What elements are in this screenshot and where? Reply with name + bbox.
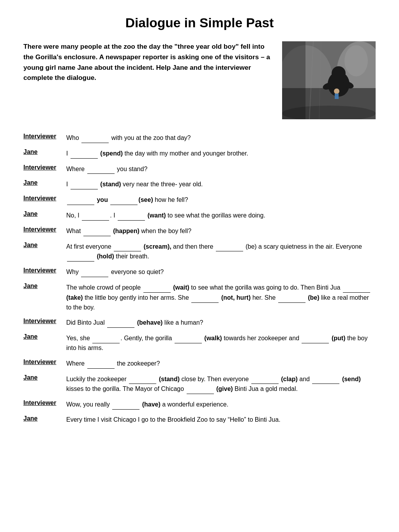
dialogue-line: No, I . I (want) to see what the gorilla… — [66, 208, 376, 223]
speaker-label: Jane — [23, 239, 66, 265]
svg-rect-13 — [282, 41, 305, 119]
verb-hint: (happen) — [113, 228, 139, 234]
speaker-label: Jane — [23, 208, 66, 223]
dialogue-line: I (spend) the day with my mother and you… — [66, 146, 376, 161]
page-title: Dialogue in Simple Past — [23, 16, 376, 30]
dialogue-row: Interviewer you (see) how he fell? — [23, 192, 376, 208]
dialogue-table: InterviewerWho with you at the zoo that … — [23, 130, 376, 428]
fill-blank — [143, 283, 171, 293]
speaker-label: Interviewer — [23, 192, 66, 208]
speaker-label: Jane — [23, 412, 66, 428]
intro-image — [282, 41, 376, 119]
verb-hint: (clap) — [281, 376, 298, 382]
verb-hint: (see) — [138, 196, 153, 203]
fill-blank — [87, 164, 115, 174]
verb-hint: (walk) — [204, 335, 222, 341]
dialogue-row: InterviewerWho with you at the zoo that … — [23, 130, 376, 146]
speaker-label: Interviewer — [23, 130, 66, 146]
verb-hint: (not, hurt) — [221, 294, 251, 301]
intro-text: There were many people at the zoo the da… — [23, 41, 273, 83]
fill-blank — [71, 179, 98, 189]
dialogue-line: Every time I visit Chicago I go to the B… — [66, 412, 376, 428]
fill-blank — [302, 333, 329, 343]
fill-blank — [343, 283, 370, 293]
fill-blank — [67, 251, 94, 262]
verb-hint: (hold) — [97, 253, 114, 260]
dialogue-line: Wow, you really (have) a wonderful exper… — [66, 397, 376, 412]
speaker-label: Interviewer — [23, 264, 66, 280]
verb-hint: (be) — [308, 294, 319, 301]
fill-blank — [118, 210, 145, 221]
dialogue-row: InterviewerDid Binto Jual (behave) like … — [23, 315, 376, 331]
dialogue-line: Luckily the zookeeper (stand) close by. … — [66, 371, 376, 397]
fill-blank — [191, 293, 219, 303]
speaker-label: Interviewer — [23, 161, 66, 177]
verb-hint: (spend) — [100, 150, 123, 157]
verb-hint: (put) — [332, 335, 346, 341]
fill-blank — [81, 133, 109, 143]
speaker-label: Jane — [23, 371, 66, 397]
verb-hint: (take) — [66, 294, 83, 301]
dialogue-line: I (stand) very near the three- year old. — [66, 177, 376, 192]
verb-hint: (want) — [147, 212, 166, 219]
verb-hint: (stand) — [100, 181, 121, 187]
verb-hint: (behave) — [137, 319, 163, 326]
svg-point-7 — [332, 66, 346, 80]
intro-section: There were many people at the zoo the da… — [23, 41, 376, 119]
verb-hint: (give) — [216, 385, 233, 392]
fill-blank — [110, 195, 138, 205]
verb-hint: (send) — [342, 376, 361, 382]
dialogue-line: What (happen) when the boy fell? — [66, 223, 376, 239]
speaker-label: Interviewer — [23, 223, 66, 239]
fill-blank — [312, 374, 339, 384]
speaker-label: Jane — [23, 331, 66, 356]
svg-rect-11 — [335, 94, 339, 99]
fill-blank — [114, 242, 141, 252]
dialogue-line: you (see) how he fell? — [66, 192, 376, 208]
dialogue-row: JaneI (stand) very near the three- year … — [23, 177, 376, 192]
dialogue-row: JaneI (spend) the day with my mother and… — [23, 146, 376, 161]
dialogue-line: Where you stand? — [66, 161, 376, 177]
fill-blank — [87, 359, 115, 369]
dialogue-line: Did Binto Jual (behave) like a human? — [66, 315, 376, 331]
dialogue-line: The whole crowd of people (wait) to see … — [66, 280, 376, 315]
fill-blank — [251, 374, 279, 384]
fill-blank — [175, 333, 202, 343]
speaker-label: Jane — [23, 177, 66, 192]
svg-point-12 — [344, 45, 368, 76]
dialogue-row: InterviewerWhere you stand? — [23, 161, 376, 177]
svg-point-10 — [334, 88, 339, 94]
fill-blank — [81, 267, 108, 277]
speaker-label: Jane — [23, 280, 66, 315]
fill-blank — [187, 384, 214, 394]
verb-hint: (stand) — [159, 376, 180, 382]
speaker-label: Interviewer — [23, 397, 66, 412]
dialogue-line: Why everyone so quiet? — [66, 264, 376, 280]
dialogue-row: InterviewerWhere the zookeeper? — [23, 356, 376, 371]
dialogue-line: Yes, she . Gently, the gorilla (walk) to… — [66, 331, 376, 356]
dialogue-line: Who with you at the zoo that day? — [66, 130, 376, 146]
dialogue-row: InterviewerWow, you really (have) a wond… — [23, 397, 376, 412]
dialogue-row: JaneEvery time I visit Chicago I go to t… — [23, 412, 376, 428]
verb-hint: (wait) — [173, 284, 189, 291]
verb-hint: (have) — [142, 401, 161, 408]
dialogue-row: InterviewerWhat (happen) when the boy fe… — [23, 223, 376, 239]
dialogue-row: JaneAt first everyone (scream), and then… — [23, 239, 376, 265]
dialogue-line: At first everyone (scream), and then the… — [66, 239, 376, 265]
fill-blank — [67, 195, 94, 205]
speaker-label: Jane — [23, 146, 66, 161]
speaker-label: Interviewer — [23, 315, 66, 331]
dialogue-line: Where the zookeeper? — [66, 356, 376, 371]
dialogue-row: JaneThe whole crowd of people (wait) to … — [23, 280, 376, 315]
dialogue-row: JaneLuckily the zookeeper (stand) close … — [23, 371, 376, 397]
verb-hint: you — [97, 196, 108, 203]
fill-blank — [216, 242, 243, 252]
dialogue-row: InterviewerWhy everyone so quiet? — [23, 264, 376, 280]
fill-blank — [112, 399, 139, 410]
fill-blank — [278, 293, 305, 303]
fill-blank — [71, 148, 98, 159]
fill-blank — [92, 333, 120, 343]
speaker-label: Interviewer — [23, 356, 66, 371]
fill-blank — [129, 374, 156, 384]
dialogue-row: JaneYes, she . Gently, the gorilla (walk… — [23, 331, 376, 356]
